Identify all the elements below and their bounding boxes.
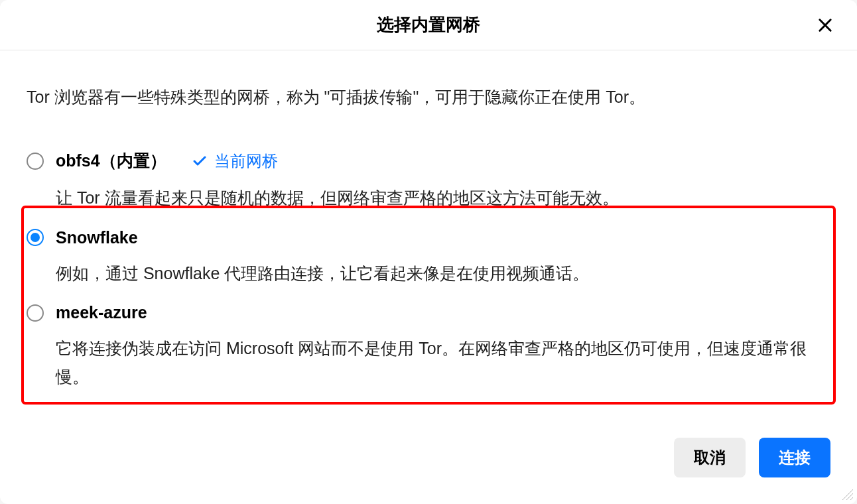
dialog-footer: 取消 连接 bbox=[0, 424, 857, 504]
check-icon bbox=[192, 153, 208, 169]
bridge-option-meek[interactable]: meek-azure 它将连接伪装成在访问 Microsoft 网站而不是使用 … bbox=[27, 303, 830, 391]
dialog-title: 选择内置网桥 bbox=[377, 13, 480, 36]
option-header: Snowflake bbox=[27, 228, 830, 247]
close-icon bbox=[816, 16, 834, 34]
resize-handle-icon[interactable] bbox=[840, 487, 853, 500]
intro-text: Tor 浏览器有一些特殊类型的网桥，称为 "可插拔传输"，可用于隐藏你正在使用 … bbox=[27, 84, 830, 110]
bridge-selection-dialog: 选择内置网桥 Tor 浏览器有一些特殊类型的网桥，称为 "可插拔传输"，可用于隐… bbox=[0, 0, 857, 504]
option-header: obfs4（内置） 当前网桥 bbox=[27, 150, 830, 172]
connect-button[interactable]: 连接 bbox=[759, 438, 830, 477]
bridge-option-obfs4[interactable]: obfs4（内置） 当前网桥 让 Tor 流量看起来只是随机的数据，但网络审查严… bbox=[27, 150, 830, 212]
svg-line-3 bbox=[846, 493, 853, 500]
option-desc-obfs4: 让 Tor 流量看起来只是随机的数据，但网络审查严格的地区这方法可能无效。 bbox=[27, 184, 830, 212]
bridge-options-group: obfs4（内置） 当前网桥 让 Tor 流量看起来只是随机的数据，但网络审查严… bbox=[27, 150, 830, 391]
radio-snowflake[interactable] bbox=[27, 229, 44, 246]
option-header: meek-azure bbox=[27, 303, 830, 322]
option-desc-meek: 它将连接伪装成在访问 Microsoft 网站而不是使用 Tor。在网络审查严格… bbox=[27, 334, 830, 391]
current-bridge-label: 当前网桥 bbox=[214, 151, 278, 172]
option-name-obfs4: obfs4（内置） bbox=[56, 150, 166, 172]
radio-obfs4[interactable] bbox=[27, 153, 44, 170]
dialog-body: Tor 浏览器有一些特殊类型的网桥，称为 "可插拔传输"，可用于隐藏你正在使用 … bbox=[0, 50, 857, 424]
bridge-option-snowflake[interactable]: Snowflake 例如，通过 Snowflake 代理路由连接，让它看起来像是… bbox=[27, 228, 830, 288]
option-desc-snowflake: 例如，通过 Snowflake 代理路由连接，让它看起来像是在使用视频通话。 bbox=[27, 259, 830, 288]
cancel-button[interactable]: 取消 bbox=[674, 438, 746, 477]
option-name-snowflake: Snowflake bbox=[56, 228, 138, 247]
close-button[interactable] bbox=[813, 13, 837, 37]
dialog-header: 选择内置网桥 bbox=[0, 0, 857, 50]
svg-line-4 bbox=[850, 497, 853, 500]
option-name-meek: meek-azure bbox=[56, 303, 147, 322]
current-bridge-badge: 当前网桥 bbox=[192, 151, 278, 172]
radio-meek[interactable] bbox=[27, 304, 44, 322]
